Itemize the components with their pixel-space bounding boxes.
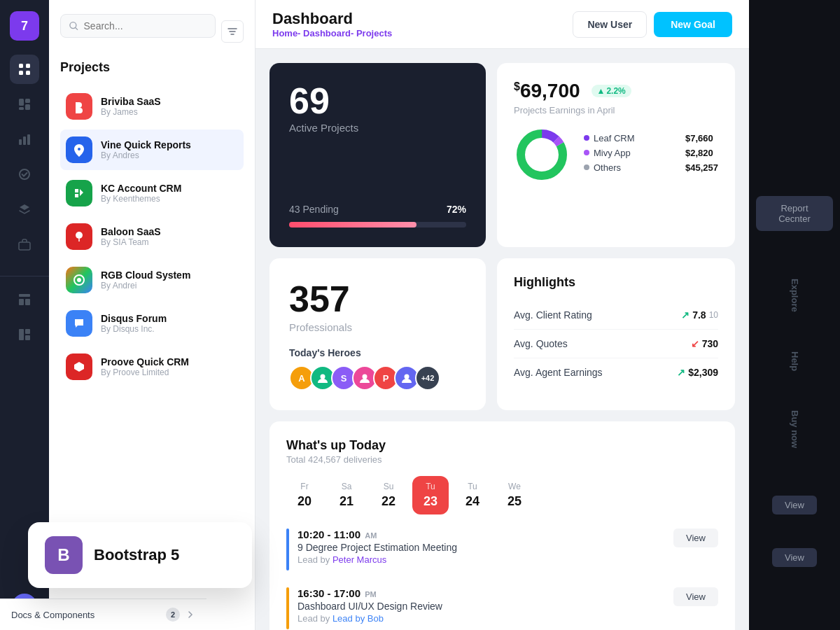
svg-rect-5 — [25, 99, 30, 103]
cal-day-25[interactable]: We 25 — [496, 476, 533, 514]
project-item-kc[interactable]: KC Account CRM By Keenthemes — [60, 173, 244, 214]
svg-rect-7 — [19, 107, 24, 110]
bottom-cards-row: 357 Professionals Today's Heroes A S — [270, 258, 735, 410]
legend-item-leaf: Leaf CRM — [584, 133, 671, 144]
top-cards-row: 69 Active Projects 43 Pending 72% — [270, 63, 735, 247]
cal-day-22[interactable]: Su 22 — [370, 476, 407, 514]
svg-rect-2 — [19, 71, 23, 75]
legend-amount-leaf: $7,660 — [685, 133, 718, 144]
main-wrapper: Dashboard Home- Dashboard- Projects New … — [255, 0, 840, 630]
dark-side-panel: Report Cecnter Explore Help Buy now View… — [749, 0, 840, 630]
legend-dot-mivy — [584, 150, 589, 155]
project-info-disqus: Disqus Forum By Disqus Inc. — [101, 313, 167, 334]
svg-point-11 — [20, 169, 29, 179]
new-goal-button[interactable]: New Goal — [654, 12, 732, 37]
professionals-card: 357 Professionals Today's Heroes A S — [270, 258, 486, 410]
explore-panel-item[interactable]: Explore — [784, 273, 806, 318]
bootstrap-popup[interactable]: B Bootstrap 5 — [49, 522, 252, 588]
sidebar-item-briefcase[interactable] — [10, 230, 39, 259]
buynow-panel-item[interactable]: Buy now — [784, 405, 806, 454]
earnings-card: $69,700 ▲2.2% Projects Earnings in April — [497, 63, 735, 247]
project-item-briviba[interactable]: Briviba SaaS By James — [60, 86, 244, 127]
cal-day-21[interactable]: Sa 21 — [328, 476, 365, 514]
active-projects-label: Active Projects — [289, 122, 466, 134]
search-input[interactable] — [84, 20, 206, 31]
sidebar-item-layout1[interactable] — [10, 285, 39, 314]
header-left: Dashboard Home- Dashboard- Projects — [272, 10, 392, 38]
content-area: 69 Active Projects 43 Pending 72% — [255, 49, 749, 630]
project-item-proove[interactable]: Proove Quick CRM By Proove Limited — [60, 346, 244, 387]
whatsup-subtitle: Total 424,567 deliveries — [286, 454, 718, 465]
new-user-button[interactable]: New User — [573, 11, 647, 38]
filter-button[interactable] — [221, 20, 244, 43]
project-info-rgb: RGB Cloud System By Andrei — [101, 270, 190, 290]
event-2: 16:30 - 17:00 PM Dashboard UI/UX Design … — [286, 587, 442, 629]
progress-bar-bg — [289, 222, 466, 227]
highlight-row-earnings: Avg. Agent Earnings ↗ $2,309 — [514, 358, 718, 386]
progress-pct: 72% — [447, 204, 466, 215]
project-item-vine[interactable]: Vine Quick Reports By Andres — [60, 130, 244, 170]
svg-rect-14 — [19, 299, 24, 305]
svg-rect-4 — [19, 99, 24, 106]
svg-rect-3 — [26, 71, 30, 75]
sidebar-item-check[interactable] — [10, 160, 39, 189]
project-info-kc: KC Account CRM By Keenthemes — [101, 183, 181, 204]
event-1-lead-link[interactable]: Peter Marcus — [332, 554, 386, 565]
project-info-baloon: Baloon SaaS By SIA Team — [101, 226, 161, 247]
highlight-label-quotes: Avg. Quotes — [514, 338, 568, 349]
search-bar[interactable] — [60, 14, 216, 38]
cal-day-20[interactable]: Fr 20 — [286, 476, 323, 514]
projects-panel: Projects Briviba SaaS By James Vine Quic… — [49, 0, 255, 630]
header: Dashboard Home- Dashboard- Projects New … — [255, 0, 749, 49]
svg-point-29 — [363, 374, 368, 379]
cal-day-24[interactable]: Tu 24 — [454, 476, 491, 514]
event-2-lead-link[interactable]: Lead by Bob — [332, 613, 384, 624]
legend-amount-mivy: $2,820 — [685, 148, 718, 158]
event-1-view-button[interactable]: View — [673, 528, 718, 547]
sidebar-item-layers[interactable] — [10, 195, 39, 224]
project-item-disqus[interactable]: Disqus Forum By Disqus Inc. — [60, 303, 244, 344]
right-panel-view-button-2[interactable]: View — [772, 548, 817, 567]
svg-rect-9 — [23, 136, 26, 145]
professionals-count: 357 — [289, 278, 466, 320]
project-info-briviba: Briviba SaaS By James — [101, 96, 161, 117]
event-2-view-button[interactable]: View — [673, 587, 718, 606]
right-panel-view-button[interactable]: View — [772, 496, 817, 514]
report-center-button[interactable]: Report Cecnter — [756, 196, 833, 231]
svg-rect-8 — [19, 139, 22, 145]
project-logo-rgb — [66, 267, 92, 293]
svg-point-28 — [321, 374, 326, 379]
event-2-details: 16:30 - 17:00 PM Dashboard UI/UX Design … — [298, 587, 442, 629]
header-actions: New User New Goal — [573, 11, 732, 38]
highlight-row-rating: Avg. Client Rating ↗ 7.8 10 — [514, 301, 718, 330]
user-number-avatar[interactable]: 7 — [10, 11, 39, 41]
whatsup-card: What's up Today Total 424,567 deliveries… — [270, 421, 735, 630]
sidebar-item-dashboard[interactable] — [10, 90, 39, 119]
earnings-body: Leaf CRM Mivy App Others — [514, 127, 718, 183]
breadcrumb-home: Home- — [272, 28, 300, 38]
legend-item-others: Others — [584, 162, 671, 173]
svg-rect-16 — [19, 329, 24, 340]
event-2-bar — [286, 587, 289, 629]
cal-day-23[interactable]: Tu 23 — [412, 476, 449, 514]
sidebar-item-charts[interactable] — [10, 125, 39, 154]
svg-point-21 — [76, 232, 83, 239]
event-1-bar — [286, 528, 289, 570]
main-content: Dashboard Home- Dashboard- Projects New … — [255, 0, 749, 630]
legend-item-mivy: Mivy App — [584, 148, 671, 158]
project-item-rgb[interactable]: RGB Cloud System By Andrei — [60, 260, 244, 300]
sidebar-item-layout2[interactable] — [10, 320, 39, 349]
legend-dot-leaf — [584, 135, 589, 141]
breadcrumb-current: Projects — [356, 28, 392, 38]
event-1-time: 10:20 - 11:00 AM — [298, 528, 457, 540]
svg-rect-6 — [25, 104, 30, 110]
highlights-card: Highlights Avg. Client Rating ↗ 7.8 10 A… — [497, 258, 735, 410]
calendar-row: Fr 20 Sa 21 Su 22 Tu 23 — [286, 476, 718, 514]
hero-avatar-more: +42 — [415, 365, 440, 391]
sidebar-item-grid[interactable] — [10, 55, 39, 84]
svg-rect-10 — [27, 134, 30, 145]
help-panel-item[interactable]: Help — [784, 346, 806, 377]
breadcrumb-dash: Dashboard- — [303, 28, 354, 38]
highlight-label-rating: Avg. Client Rating — [514, 309, 592, 321]
project-item-baloon[interactable]: Baloon SaaS By SIA Team — [60, 216, 244, 257]
